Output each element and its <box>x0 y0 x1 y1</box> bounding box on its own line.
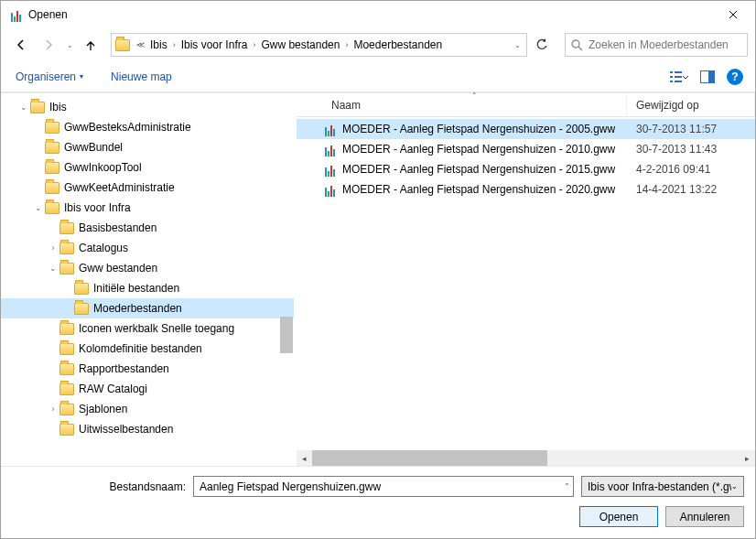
filetype-filter[interactable]: Ibis voor Infra-bestanden (*.gw ⌄ <box>581 476 744 497</box>
cancel-button[interactable]: Annuleren <box>665 506 744 527</box>
address-dropdown[interactable]: ⌄ <box>508 41 526 49</box>
up-button[interactable] <box>78 32 103 58</box>
tree-item[interactable]: Initiële bestanden <box>1 278 294 298</box>
tree-item-label: Uitwisselbestanden <box>79 423 173 436</box>
expander-open-icon[interactable]: ⌄ <box>17 102 30 112</box>
preview-pane-button[interactable] <box>697 66 718 88</box>
search-icon <box>571 39 583 51</box>
tree-item[interactable]: ⌄Ibis voor Infra <box>1 198 294 218</box>
scrollbar-thumb[interactable] <box>280 317 293 353</box>
close-button[interactable] <box>715 2 751 27</box>
chevron-icon[interactable]: ≪ <box>135 40 146 49</box>
chevron-right-icon[interactable]: › <box>251 40 257 49</box>
help-icon: ? <box>727 69 743 85</box>
tree-item[interactable]: RAW Catalogi <box>1 379 294 399</box>
newfolder-button[interactable]: Nieuwe map <box>105 67 178 87</box>
arrow-up-icon <box>84 38 97 51</box>
tree-item[interactable]: GwwInkoopTool <box>1 157 294 178</box>
app-icon <box>8 7 23 22</box>
tree-item[interactable]: GwwBesteksAdministratie <box>1 117 294 137</box>
tree-item[interactable]: Uitwisselbestanden <box>1 419 294 439</box>
back-button[interactable] <box>8 32 34 58</box>
svg-rect-8 <box>708 71 714 82</box>
close-icon <box>729 10 738 19</box>
tree-item-label: Basisbestanden <box>79 221 157 234</box>
tree-item[interactable]: GwwBundel <box>1 137 294 157</box>
tree-item-label: GwwBundel <box>64 141 123 154</box>
filename-combo[interactable]: ⌄ <box>193 476 574 497</box>
file-modified: 4-2-2016 09:41 <box>627 163 755 176</box>
tree-item[interactable]: ›Catalogus <box>1 238 294 258</box>
folder-icon <box>59 263 74 275</box>
tree-item[interactable]: Basisbestanden <box>1 218 294 238</box>
column-name-label: Naam <box>331 99 361 112</box>
address-bar[interactable]: ≪ Ibis › Ibis voor Infra › Gww bestanden… <box>111 33 527 57</box>
column-modified-label: Gewijzigd op <box>636 99 699 112</box>
breadcrumb[interactable]: Ibis voor Infra <box>178 37 252 53</box>
column-modified[interactable]: Gewijzigd op <box>627 93 755 116</box>
filename-input[interactable] <box>193 476 574 497</box>
expander-closed-icon[interactable]: › <box>47 404 59 414</box>
expander-open-icon[interactable]: ⌄ <box>32 203 45 212</box>
tree-item[interactable]: Iconen werkbalk Snelle toegang <box>1 318 294 339</box>
breadcrumb[interactable]: Ibis <box>146 37 171 53</box>
chevron-right-icon[interactable]: › <box>171 40 178 49</box>
bottom-panel: Bestandsnaam: ⌄ Ibis voor Infra-bestande… <box>1 466 755 538</box>
gww-file-icon <box>322 182 337 197</box>
scroll-thumb[interactable] <box>312 450 547 466</box>
folder-icon <box>45 142 59 154</box>
file-name: MOEDER - Aanleg Fietspad Nergenshuizen -… <box>342 163 627 176</box>
column-name[interactable]: ˄ Naam <box>322 93 627 116</box>
breadcrumb[interactable]: Moederbestanden <box>350 37 446 53</box>
column-header: ˄ Naam Gewijzigd op <box>297 93 755 117</box>
tree-item-label: Ibis voor Infra <box>64 201 131 214</box>
svg-rect-1 <box>670 71 673 73</box>
forward-button[interactable] <box>36 32 61 58</box>
tree-item-label: Gww bestanden <box>79 262 157 275</box>
search-input[interactable]: Zoeken in Moederbestanden <box>565 33 748 57</box>
organize-label: Organiseren <box>16 70 76 83</box>
tree-item[interactable]: Kolomdefinitie bestanden <box>1 339 294 359</box>
tree-item[interactable]: ›Sjablonen <box>1 399 294 419</box>
folder-tree[interactable]: ⌄IbisGwwBesteksAdministratieGwwBundelGww… <box>1 93 294 466</box>
file-list[interactable]: MOEDER - Aanleg Fietspad Nergenshuizen -… <box>297 117 755 450</box>
file-row[interactable]: MOEDER - Aanleg Fietspad Nergenshuizen -… <box>297 139 755 159</box>
svg-rect-3 <box>670 76 673 78</box>
tree-item[interactable]: ⌄Ibis <box>1 97 294 117</box>
help-button[interactable]: ? <box>724 66 746 88</box>
file-row[interactable]: MOEDER - Aanleg Fietspad Nergenshuizen -… <box>297 119 755 139</box>
tree-item[interactable]: Moederbestanden <box>1 298 294 318</box>
refresh-button[interactable] <box>528 33 556 57</box>
chevron-right-icon[interactable]: › <box>343 40 350 49</box>
tree-item-label: Iconen werkbalk Snelle toegang <box>79 322 234 335</box>
file-row[interactable]: MOEDER - Aanleg Fietspad Nergenshuizen -… <box>297 159 755 179</box>
scroll-right-icon[interactable]: ▸ <box>740 450 755 466</box>
scroll-left-icon[interactable]: ◂ <box>297 450 312 466</box>
expander-open-icon[interactable]: ⌄ <box>47 264 59 273</box>
tree-item[interactable]: GwwKeetAdministratie <box>1 178 294 198</box>
filter-label: Ibis voor Infra-bestanden (*.gw <box>588 480 731 493</box>
file-name: MOEDER - Aanleg Fietspad Nergenshuizen -… <box>342 143 627 156</box>
tree-item[interactable]: ⌄Gww bestanden <box>1 258 294 278</box>
breadcrumb-label: Gww bestanden <box>261 38 340 51</box>
svg-rect-6 <box>675 81 682 82</box>
organize-button[interactable]: Organiseren ▾ <box>10 67 89 87</box>
recent-dropdown[interactable]: ⌄ <box>63 41 76 49</box>
chevron-down-icon: ▾ <box>80 72 83 81</box>
tree-item-label: GwwInkoopTool <box>64 161 142 174</box>
horizontal-scrollbar[interactable]: ◂ ▸ <box>297 450 755 466</box>
cancel-label: Annuleren <box>680 511 730 523</box>
gww-file-icon <box>322 122 337 136</box>
folder-icon <box>30 102 45 113</box>
file-name: MOEDER - Aanleg Fietspad Nergenshuizen -… <box>342 183 627 196</box>
open-button[interactable]: Openen <box>579 506 658 527</box>
folder-icon <box>59 222 74 234</box>
view-options-button[interactable] <box>669 66 691 88</box>
scroll-track[interactable] <box>312 450 740 466</box>
expander-closed-icon[interactable]: › <box>47 243 59 253</box>
file-row[interactable]: MOEDER - Aanleg Fietspad Nergenshuizen -… <box>297 179 755 199</box>
main-area: ⌄IbisGwwBesteksAdministratieGwwBundelGww… <box>1 92 755 466</box>
tree-item[interactable]: Rapportbestanden <box>1 359 294 379</box>
open-dialog: Openen ⌄ ≪ Ibis › Ibis voor Infra › Gww … <box>0 0 756 539</box>
breadcrumb[interactable]: Gww bestanden <box>257 37 343 53</box>
